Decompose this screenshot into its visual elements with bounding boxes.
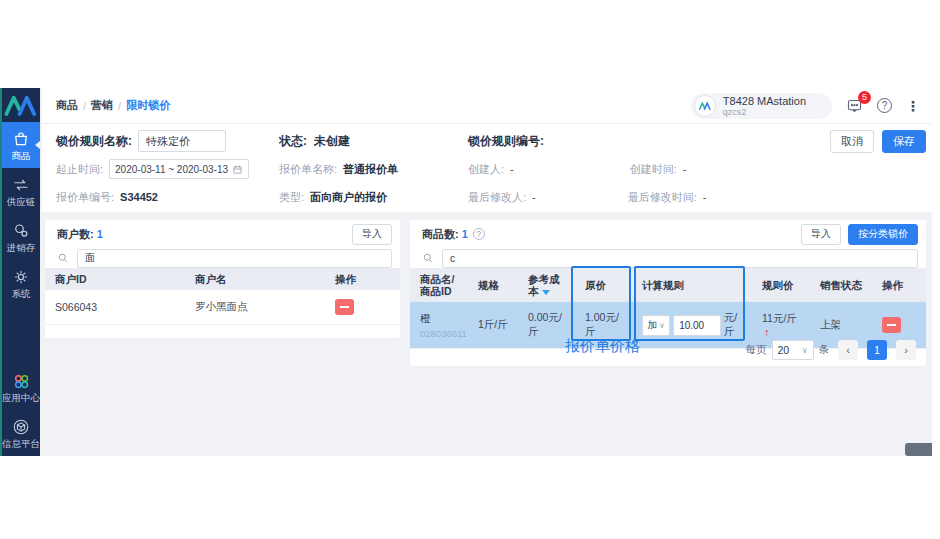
rule-name-input[interactable]: 特殊定价 [138,130,226,152]
breadcrumb-separator: / [118,100,121,112]
created-time-value: - [683,163,687,175]
sidebar-item-goods[interactable]: 商品 [2,122,40,168]
more-menu-button[interactable]: ⋮ [906,98,920,114]
sidebar: 商品 供应链 进销存 系统 [0,88,40,456]
modifier-label: 最后修改人: [468,190,526,205]
calc-unit: 元/斤 [724,311,746,339]
per-page-select[interactable]: 20 ∨ [772,340,814,360]
col-original-price[interactable]: 原价 [575,268,632,302]
page-1-button[interactable]: 1 [867,340,887,360]
col-ref-cost[interactable]: 参考成本 [518,268,575,302]
chevron-down-icon: ∨ [802,346,808,355]
type-label: 类型: [279,190,304,205]
sidebar-item-app-center[interactable]: 应用中心 [2,364,40,410]
nodes-icon [12,222,30,240]
product-count: 1 [462,228,468,240]
modifier-value: - [532,191,536,203]
status-label: 状态: [279,133,307,150]
calendar-icon [232,164,243,175]
merchant-name: 罗小黑面点 [185,290,325,325]
date-range-value: 2020-03-11 ~ 2020-03-13 [115,164,228,175]
next-page-button[interactable]: › [896,340,916,360]
messages-button[interactable]: 5 [846,97,863,114]
rule-form: 锁价规则名称: 特殊定价 起止时间: 2020-03-11 ~ 2020-03-… [42,124,932,212]
rule-name-label: 锁价规则名称: [56,133,132,150]
annotation-label: 报价单价格 [565,337,640,356]
cancel-button[interactable]: 取消 [830,130,874,153]
quote-no-value: S34452 [120,191,158,203]
product-id: 028036611 [420,328,462,339]
col-merchant-id[interactable]: 商户ID [45,268,185,290]
created-time-label: 创建时间: [630,162,677,177]
merchant-search-input[interactable]: 面 [77,249,392,268]
remove-product-button[interactable] [882,317,901,333]
product-import-button[interactable]: 导入 [801,224,841,245]
product-spec: 1斤/斤 [468,302,518,349]
breadcrumb-current: 限时锁价 [126,98,170,113]
search-icon [422,252,434,264]
gear-icon [12,268,30,286]
calc-value-input[interactable]: 10.00 [673,315,721,336]
sort-caret-icon[interactable] [542,290,550,295]
sidebar-item-label: 供应链 [7,196,36,206]
sidebar-item-system[interactable]: 系统 [2,260,40,306]
breadcrumb-goods[interactable]: 商品 [56,98,78,113]
col-sale-status[interactable]: 销售状态 [810,268,872,302]
modified-time-label: 最后修改时间: [628,190,697,205]
prev-page-button[interactable]: ‹ [838,340,858,360]
breadcrumb: 商品 / 营销 / 限时锁价 [56,98,170,113]
quote-name-label: 报价单名称: [279,162,337,177]
kebab-icon: ⋮ [906,98,920,114]
status-value: 未创建 [314,133,350,150]
type-value: 面向商户的报价 [310,190,387,205]
lock-by-category-button[interactable]: 按分类锁价 [848,224,918,245]
per-page-label: 每页 [746,343,767,357]
calc-op-value: 加 [647,319,657,332]
pagination: 每页 20 ∨ 条 ‹ 1 › [746,340,917,360]
breadcrumb-marketing[interactable]: 营销 [91,98,113,113]
col-product-name[interactable]: 商品名/商品ID [410,268,468,302]
rule-no-label: 锁价规则编号: [468,133,544,150]
per-page-unit: 条 [819,343,830,357]
col-merchant-action: 操作 [325,268,400,290]
tooltip-fragment [905,443,932,456]
quote-no-label: 报价单编号: [56,190,114,205]
remove-merchant-button[interactable] [335,299,354,315]
sidebar-item-label: 系统 [12,288,31,298]
merchant-row[interactable]: S066043 罗小黑面点 [45,290,400,325]
rule-price-value: 11元/斤 [762,312,797,324]
product-count-label: 商品数: [422,227,459,242]
sidebar-item-info-platform[interactable]: 信息平台 [2,410,40,456]
question-circle-icon[interactable]: ? [473,228,485,240]
merchant-count-label: 商户数: [57,227,94,242]
bag-icon [12,130,30,148]
user-menu[interactable]: T8428 MAstation qzcs2 [691,93,832,119]
col-action: 操作 [872,268,926,302]
products-panel: 商品数: 1 ? 导入 按分类锁价 c [410,220,926,366]
app-window: 商品 供应链 进销存 系统 [0,88,932,456]
four-circles-icon [12,372,30,390]
chevron-right-icon: › [904,344,908,356]
quote-name-value: 普通报价单 [343,162,398,177]
sidebar-item-label: 信息平台 [2,438,40,448]
date-range-input[interactable]: 2020-03-11 ~ 2020-03-13 [109,159,249,179]
arrow-up-icon: ↑ [764,326,770,338]
product-search-input[interactable]: c [442,249,918,268]
col-calc-rule: 计算规则 [632,268,752,302]
creator-label: 创建人: [468,162,504,177]
col-merchant-name[interactable]: 商户名 [185,268,325,290]
calc-op-select[interactable]: 加 ∨ [642,315,670,336]
merchants-table: 商户ID 商户名 操作 S066043 罗小黑面点 [45,268,400,325]
col-spec[interactable]: 规格 [468,268,518,302]
sidebar-item-supply-chain[interactable]: 供应链 [2,168,40,214]
app-logo-icon [2,88,40,122]
exchange-arrows-icon [12,176,30,194]
merchant-import-button[interactable]: 导入 [352,224,392,245]
help-button[interactable]: ? [877,98,892,113]
col-rule-price[interactable]: 规则价 [752,268,810,302]
modified-time-value: - [703,191,707,203]
sidebar-item-label: 商品 [12,150,31,160]
save-button[interactable]: 保存 [882,130,926,153]
minus-icon [887,324,896,326]
sidebar-item-inventory[interactable]: 进销存 [2,214,40,260]
